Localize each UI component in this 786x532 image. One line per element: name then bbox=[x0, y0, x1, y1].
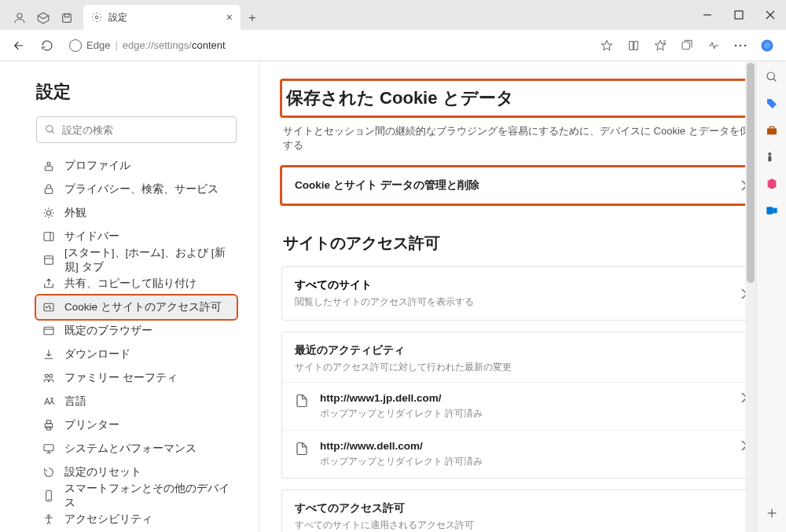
sidebar-item-browser[interactable]: 既定のブラウザー bbox=[36, 319, 237, 343]
sidebar-item-cookie[interactable]: Cookie とサイトのアクセス許可 bbox=[36, 295, 237, 319]
sidebar-item-appearance[interactable]: 外観 bbox=[36, 201, 237, 225]
close-tab-icon[interactable]: × bbox=[226, 11, 233, 24]
vertical-scrollbar[interactable] bbox=[745, 61, 756, 532]
toolbox-icon[interactable] bbox=[764, 123, 780, 138]
tab-actions-icon[interactable] bbox=[60, 11, 74, 25]
search-settings-input[interactable] bbox=[36, 116, 237, 143]
maximize-button[interactable] bbox=[723, 0, 755, 30]
activity-note: ポップアップとリダイレクト 許可済み bbox=[320, 455, 732, 468]
sidebar-item-label: ダウンロード bbox=[64, 347, 130, 361]
search-field[interactable] bbox=[62, 124, 228, 136]
svg-rect-24 bbox=[45, 256, 53, 265]
sidebar-item-label: 設定のリセット bbox=[64, 465, 141, 479]
sidebar-item-profile[interactable]: プロファイル bbox=[36, 154, 237, 178]
sidebar-item-phone[interactable]: スマートフォンとその他のデバイス bbox=[36, 484, 237, 508]
svg-rect-10 bbox=[682, 42, 689, 49]
minimize-button[interactable] bbox=[692, 0, 723, 30]
sidebar-item-label: 外観 bbox=[64, 206, 86, 220]
lock-icon bbox=[42, 183, 55, 196]
svg-point-18 bbox=[47, 162, 50, 165]
printer-icon bbox=[42, 419, 55, 431]
browser-icon bbox=[42, 325, 55, 337]
sidebar-item-reset[interactable]: 設定のリセット bbox=[36, 460, 237, 484]
outlook-icon[interactable] bbox=[764, 203, 780, 218]
file-icon bbox=[295, 394, 310, 409]
manage-cookies-label: Cookie とサイト データの管理と削除 bbox=[295, 178, 479, 193]
add-rail-icon[interactable] bbox=[764, 505, 780, 521]
edge-logo-icon bbox=[69, 39, 82, 52]
sidebar-item-home[interactable]: [スタート]、[ホーム]、および [新規] タブ bbox=[36, 248, 237, 272]
address-bar[interactable]: Edge | edge://settings/content bbox=[63, 34, 591, 57]
svg-point-0 bbox=[17, 13, 22, 18]
svg-rect-5 bbox=[735, 11, 743, 19]
profile-avatar-icon[interactable] bbox=[13, 11, 27, 25]
sidebar-item-lock[interactable]: プライバシー、検索、サービス bbox=[36, 178, 237, 201]
scrollbar-thumb[interactable] bbox=[747, 63, 755, 283]
sidebar-item-label: サイドバー bbox=[64, 229, 119, 244]
sidebar-item-label: Cookie とサイトのアクセス許可 bbox=[64, 300, 222, 314]
svg-rect-22 bbox=[44, 233, 53, 241]
close-window-button[interactable] bbox=[755, 0, 786, 30]
svg-point-42 bbox=[48, 515, 50, 517]
sidebar-item-family[interactable]: ファミリー セーフティ bbox=[36, 366, 237, 390]
all-sites-label: すべてのサイト bbox=[295, 278, 474, 292]
all-permissions-panel: すべてのアクセス許可 すべてのサイトに適用されるアクセス許可 bbox=[281, 490, 761, 532]
search-rail-icon[interactable] bbox=[764, 69, 780, 85]
family-icon bbox=[42, 372, 55, 384]
sidebar-item-language[interactable]: 言語 bbox=[36, 390, 237, 413]
svg-line-17 bbox=[52, 131, 54, 134]
sidebar-item-sidebar[interactable]: サイドバー bbox=[36, 225, 237, 248]
side-rail bbox=[756, 61, 786, 532]
svg-line-45 bbox=[773, 79, 776, 81]
all-sites-row[interactable]: すべてのサイト 閲覧したサイトのアクセス許可を表示する bbox=[281, 266, 761, 321]
search-icon bbox=[45, 124, 56, 135]
copilot-icon[interactable] bbox=[755, 33, 780, 58]
shopping-tag-icon[interactable] bbox=[764, 96, 780, 112]
workspaces-icon[interactable] bbox=[36, 11, 50, 25]
svg-rect-36 bbox=[46, 427, 50, 430]
language-icon bbox=[42, 395, 55, 408]
manage-cookies-row[interactable]: Cookie とサイト データの管理と削除 bbox=[281, 167, 761, 204]
svg-rect-46 bbox=[767, 128, 777, 134]
browser-tab[interactable]: 設定 × bbox=[83, 5, 241, 30]
sidebar-item-system[interactable]: システムとパフォーマンス bbox=[36, 437, 237, 460]
sidebar-item-label: 既定のブラウザー bbox=[64, 324, 152, 338]
activity-note: ポップアップとリダイレクト 許可済み bbox=[320, 407, 732, 420]
profile-icon bbox=[42, 160, 55, 172]
sidebar-item-download[interactable]: ダウンロード bbox=[36, 343, 237, 366]
office-icon[interactable] bbox=[764, 176, 780, 192]
collections-icon[interactable] bbox=[674, 33, 700, 58]
favorite-icon[interactable] bbox=[594, 33, 619, 58]
accessibility-icon bbox=[42, 513, 55, 526]
activity-row[interactable]: http://www1.jp.dell.com/ポップアップとリダイレクト 許可… bbox=[282, 382, 760, 430]
sidebar-item-label: システムとパフォーマンス bbox=[64, 442, 196, 456]
back-button[interactable] bbox=[6, 33, 31, 58]
activity-url: http://www.dell.com/ bbox=[320, 440, 732, 452]
svg-rect-2 bbox=[64, 14, 68, 17]
settings-sidebar: 設定 プロファイルプライバシー、検索、サービス外観サイドバー[スタート]、[ホー… bbox=[0, 61, 259, 532]
sidebar-item-label: プリンター bbox=[64, 418, 119, 432]
sidebar-item-share[interactable]: 共有、コピーして貼り付け bbox=[36, 272, 237, 295]
games-icon[interactable] bbox=[764, 149, 780, 165]
all-permissions-sub: すべてのサイトに適用されるアクセス許可 bbox=[295, 519, 747, 532]
new-tab-button[interactable]: + bbox=[241, 6, 264, 30]
phone-icon bbox=[42, 490, 55, 502]
download-icon bbox=[42, 348, 55, 361]
svg-point-29 bbox=[50, 308, 50, 309]
favorites-list-icon[interactable] bbox=[648, 33, 673, 58]
sidebar-item-label: プライバシー、検索、サービス bbox=[64, 182, 219, 196]
settings-content: 保存された Cookie とデータ サイトとセッション間の継続的なブラウジングを… bbox=[259, 61, 786, 532]
sidebar-item-label: アクセシビリティ bbox=[64, 512, 152, 526]
more-icon[interactable] bbox=[728, 33, 753, 58]
reader-icon[interactable] bbox=[621, 33, 646, 58]
toolbar: Edge | edge://settings/content bbox=[0, 30, 786, 61]
activity-row[interactable]: http://www.dell.com/ポップアップとリダイレクト 許可済み bbox=[282, 430, 760, 478]
sidebar-item-printer[interactable]: プリンター bbox=[36, 413, 237, 437]
gear-icon bbox=[91, 12, 102, 23]
refresh-button[interactable] bbox=[35, 33, 60, 58]
sidebar-item-label: スマートフォンとその他のデバイス bbox=[64, 482, 230, 510]
cookies-section-title: 保存された Cookie とデータ bbox=[281, 80, 761, 116]
sidebar-item-accessibility[interactable]: アクセシビリティ bbox=[36, 508, 237, 531]
performance-icon[interactable] bbox=[701, 33, 726, 58]
cookie-icon bbox=[42, 301, 55, 314]
